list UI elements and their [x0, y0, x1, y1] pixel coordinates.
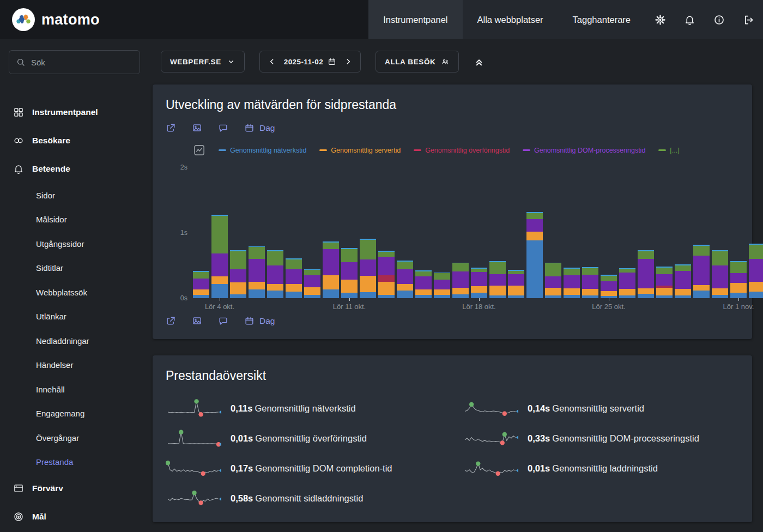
sidebar-item-nedladdningar[interactable]: Nedladdningar [9, 329, 142, 353]
search-input[interactable] [31, 58, 133, 67]
bar-day-13[interactable] [415, 270, 432, 298]
previous-period-icon[interactable] [268, 57, 276, 66]
image-export-icon[interactable] [192, 316, 202, 326]
nav-item-instrumentpanel[interactable]: Instrumentpanel [368, 0, 462, 39]
sidebar-item-inneh-ll[interactable]: Innehåll [9, 377, 142, 402]
metric-value: 0,01s [231, 433, 253, 443]
bar-day-10[interactable] [360, 239, 376, 298]
info-icon[interactable] [704, 0, 734, 39]
legend-item-1[interactable]: Genomsnittlig servertid [319, 147, 401, 154]
sidebar-item-label: Förvärv [32, 483, 63, 493]
bar-day-5[interactable] [267, 250, 283, 298]
matomo-brand[interactable]: matomo [0, 0, 100, 39]
bar-day-21[interactable] [564, 268, 580, 298]
bar-day-19[interactable] [526, 212, 543, 298]
period-selector[interactable]: Dag [244, 316, 275, 326]
nav-item-tagghanterare[interactable]: Tagghanterare [558, 0, 645, 39]
bar-day-14[interactable] [434, 273, 450, 298]
bar-day-29[interactable] [712, 250, 728, 298]
period-selector[interactable]: Dag [244, 123, 275, 133]
bar-day-20[interactable] [545, 263, 561, 298]
sidebar-item-sidtitlar[interactable]: Sidtitlar [9, 256, 142, 281]
search-icon [16, 57, 26, 67]
bar-day-24[interactable] [619, 268, 635, 298]
bar-day-11[interactable] [378, 251, 395, 298]
sidebar-item-bes-kare[interactable]: Besökare [9, 126, 142, 155]
bar-day-31[interactable] [749, 244, 763, 298]
logout-icon[interactable] [734, 0, 763, 39]
bar-day-26[interactable] [656, 267, 673, 298]
bar-day-2[interactable] [211, 215, 228, 298]
sidebar-item-instrumentpanel[interactable]: Instrumentpanel [9, 98, 142, 126]
chart-type-icon[interactable] [193, 144, 205, 156]
sidebar-item-beteende[interactable]: Beteende [9, 155, 142, 183]
bar-day-28[interactable] [693, 245, 710, 298]
sidebar-item-engagemang[interactable]: Engagemang [9, 402, 142, 426]
bar-segment [304, 270, 320, 275]
bar-day-3[interactable] [230, 250, 246, 298]
date-range-selector[interactable]: 2025-11-02 [259, 51, 361, 72]
site-selector[interactable]: WEBPERF.SE [161, 51, 245, 72]
metric-value: 0,11s [231, 403, 252, 413]
metric-label: Genomsnittlig servertid [552, 403, 644, 413]
legend-item-2[interactable]: Genomsnittlig överföringstid [414, 147, 510, 154]
bar-day-7[interactable] [304, 269, 320, 298]
notifications-icon[interactable] [675, 0, 704, 39]
evolution-bar-chart[interactable]: 0s1s2s [193, 162, 763, 298]
settings-icon[interactable] [645, 0, 675, 39]
bar-day-9[interactable] [341, 248, 358, 298]
calendar-icon [244, 316, 255, 326]
bar-day-16[interactable] [471, 268, 487, 298]
nav-item-alla-webbplatser[interactable]: Alla webbplatser [463, 0, 558, 39]
bar-day-17[interactable] [489, 261, 506, 298]
legend-item-3[interactable]: Genomsnittlig DOM-processeringstid [523, 147, 645, 154]
bar-day-30[interactable] [730, 261, 747, 298]
bar-segment [471, 286, 487, 293]
sidebar-item-sidor[interactable]: Sidor [9, 183, 142, 208]
sidebar-item-utg-ngssidor[interactable]: Utgångssidor [9, 232, 142, 256]
annotations-icon[interactable] [218, 316, 228, 326]
bar-segment [267, 291, 283, 298]
next-period-icon[interactable] [344, 57, 353, 66]
sidebar-item-prestanda[interactable]: Prestanda [9, 450, 142, 475]
bar-day-8[interactable] [323, 241, 339, 298]
export-icon[interactable] [166, 316, 176, 326]
bar-day-15[interactable] [452, 263, 469, 298]
sidebar-item-m-l[interactable]: Mål [9, 503, 142, 531]
sidebar-item-utl-nkar[interactable]: Utlänkar [9, 305, 142, 329]
bar-segment [267, 251, 283, 265]
x-axis-tick [738, 298, 739, 301]
bar-segment [341, 262, 358, 280]
bar-day-12[interactable] [397, 261, 413, 298]
sidebar-item--verg-ngar[interactable]: Övergångar [9, 426, 142, 450]
bar-segment [230, 294, 246, 298]
bar-day-6[interactable] [286, 258, 302, 298]
collapse-controls-icon[interactable] [474, 56, 485, 67]
legend-label: Genomsnittlig överföringstid [425, 147, 510, 154]
sidebar-item-m-lsidor[interactable]: Målsidor [9, 208, 142, 232]
sidebar-item-f-rv-rv[interactable]: Förvärv [9, 474, 142, 503]
bar-day-4[interactable] [249, 246, 265, 298]
legend-item-0[interactable]: Genomsnittlig nätverkstid [219, 147, 306, 154]
annotations-icon[interactable] [218, 123, 228, 133]
export-icon[interactable] [166, 123, 176, 133]
bar-day-25[interactable] [638, 250, 654, 298]
bar-segment [249, 259, 265, 282]
sidebar-item-h-ndelser[interactable]: Händelser [9, 353, 142, 378]
legend-item-4[interactable]: [...] [658, 147, 679, 154]
bar-segment [360, 240, 376, 259]
x-axis-label: Lör 25 okt. [579, 303, 639, 311]
bar-day-18[interactable] [508, 270, 524, 298]
bar-day-23[interactable] [601, 275, 617, 298]
bar-segment [341, 280, 358, 293]
bar-segment [193, 272, 209, 279]
bar-day-1[interactable] [193, 271, 209, 298]
bar-segment [675, 271, 691, 289]
bar-day-22[interactable] [582, 267, 598, 298]
sidebar-search[interactable] [9, 50, 140, 74]
sidebar-item-webbplatss-k[interactable]: Webbplatssök [9, 280, 142, 305]
bar-day-27[interactable] [675, 264, 691, 298]
sidebar-item-label: Webbplatssök [36, 288, 87, 297]
segment-selector[interactable]: ALLA BESÖK [376, 51, 459, 72]
image-export-icon[interactable] [192, 123, 202, 133]
